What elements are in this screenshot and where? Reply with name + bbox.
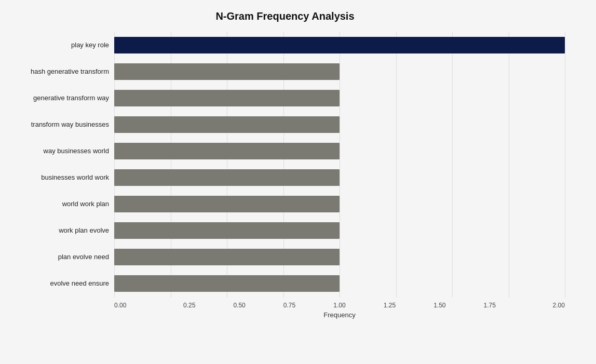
bar bbox=[114, 196, 340, 212]
bar-row bbox=[114, 220, 565, 241]
bar bbox=[114, 63, 340, 80]
bar-row bbox=[114, 61, 565, 82]
y-axis-label: hash generative transform bbox=[31, 58, 109, 85]
x-tick: 0.25 bbox=[164, 302, 214, 309]
bars-grid-area bbox=[114, 32, 565, 298]
x-tick: 2.00 bbox=[515, 302, 565, 309]
x-tick: 0.75 bbox=[264, 302, 314, 309]
grid-line bbox=[565, 32, 565, 298]
bar bbox=[114, 222, 340, 239]
bar-row bbox=[114, 273, 565, 294]
bar-row bbox=[114, 114, 565, 135]
x-tick: 1.00 bbox=[315, 302, 364, 309]
y-axis-label: plan evolve need bbox=[58, 244, 109, 270]
bar-row bbox=[114, 141, 565, 161]
y-axis-label: work plan evolve bbox=[59, 217, 109, 244]
bar bbox=[114, 90, 340, 106]
bar bbox=[114, 116, 340, 133]
bars-area bbox=[114, 32, 565, 298]
y-axis-label: play key role bbox=[71, 32, 109, 58]
x-axis: 0.000.250.500.751.001.251.501.752.00 Fre… bbox=[114, 302, 565, 319]
bar-row bbox=[114, 194, 565, 214]
x-tick: 1.25 bbox=[364, 302, 414, 309]
x-tick: 0.00 bbox=[114, 302, 164, 309]
bar bbox=[114, 37, 565, 53]
bar bbox=[114, 143, 340, 159]
chart-container: N-Gram Frequency Analysis play key roleh… bbox=[0, 0, 596, 364]
chart-title: N-Gram Frequency Analysis bbox=[5, 10, 565, 22]
y-axis-label: businesses world work bbox=[41, 164, 109, 191]
y-axis-label: generative transform way bbox=[33, 85, 109, 111]
x-axis-label: Frequency bbox=[114, 311, 565, 319]
x-tick: 1.50 bbox=[415, 302, 465, 309]
bar-row bbox=[114, 35, 565, 56]
bar bbox=[114, 169, 340, 186]
bar-row bbox=[114, 88, 565, 109]
bar bbox=[114, 275, 340, 292]
y-axis-label: way businesses world bbox=[44, 138, 109, 164]
bar-row bbox=[114, 247, 565, 267]
x-tick: 0.50 bbox=[214, 302, 264, 309]
y-axis-label: evolve need ensure bbox=[50, 270, 109, 296]
x-tick: 1.75 bbox=[465, 302, 514, 309]
bar bbox=[114, 249, 340, 265]
y-axis-label: world work plan bbox=[62, 191, 109, 217]
bar-row bbox=[114, 167, 565, 188]
y-axis-labels: play key rolehash generative transformge… bbox=[5, 32, 114, 298]
y-axis-label: transform way businesses bbox=[31, 111, 109, 138]
